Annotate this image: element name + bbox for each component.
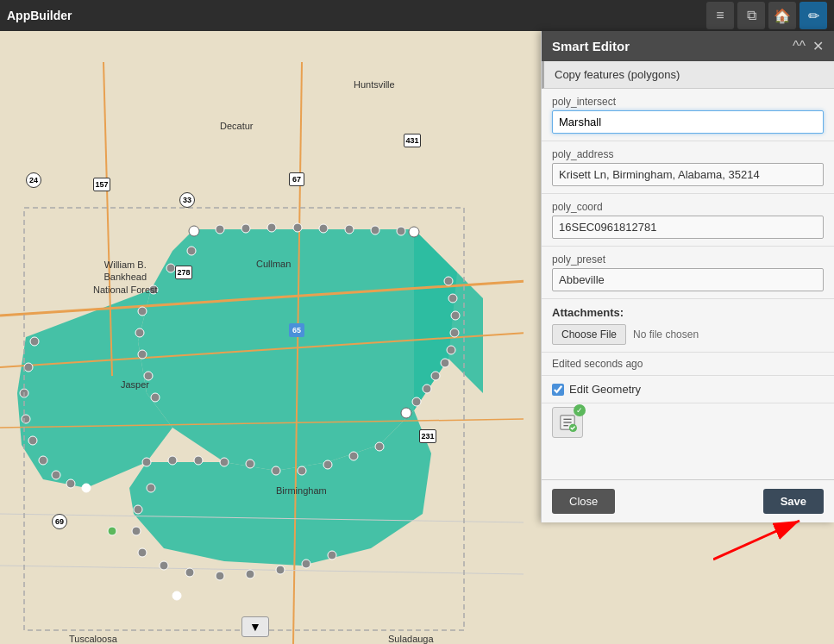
app-title: AppBuilder <box>7 9 72 22</box>
layers-icon: ⧉ <box>747 8 756 23</box>
svg-point-32 <box>187 247 196 255</box>
no-file-text: No file chosen <box>633 328 699 341</box>
svg-point-20 <box>397 227 405 235</box>
route-431: 431 <box>404 134 421 147</box>
field-label-poly-coord: poly_coord <box>552 201 824 213</box>
svg-point-49 <box>298 466 306 475</box>
svg-point-25 <box>450 328 459 337</box>
list-icon-btn[interactable]: ≡ <box>706 2 734 29</box>
map-svg <box>0 31 524 644</box>
svg-point-60 <box>246 570 254 578</box>
field-label-poly-intersect: poly_intersect <box>552 96 824 108</box>
choose-file-btn[interactable]: Choose File <box>552 324 626 345</box>
edit-geometry-row: Edit Geometry <box>542 376 834 403</box>
attachments-section: Attachments: Choose File No file chosen <box>542 299 834 353</box>
route-157: 157 <box>93 178 110 191</box>
svg-point-19 <box>371 226 379 234</box>
svg-point-40 <box>189 226 199 236</box>
svg-point-58 <box>185 568 194 577</box>
svg-point-61 <box>276 566 285 574</box>
svg-point-47 <box>246 460 254 468</box>
svg-point-44 <box>168 456 177 465</box>
smart-editor-panel: Smart Editor ^^ ✕ Copy features (polygon… <box>541 31 834 522</box>
close-button[interactable]: Close <box>552 489 615 514</box>
svg-point-48 <box>272 466 280 475</box>
field-label-poly-address: poly_address <box>552 148 824 160</box>
field-group-poly-intersect: poly_intersect <box>542 89 834 141</box>
attachments-label: Attachments: <box>552 306 824 319</box>
route-33: 33 <box>179 192 195 208</box>
svg-point-35 <box>138 307 147 316</box>
svg-point-62 <box>302 560 310 568</box>
save-button[interactable]: Save <box>763 489 824 514</box>
field-group-poly-preset: poly_preset <box>542 247 834 299</box>
route-231: 231 <box>419 429 436 443</box>
svg-point-74 <box>172 591 181 600</box>
panel-footer: Close Save <box>542 479 834 522</box>
poly-address-input[interactable] <box>552 163 824 186</box>
svg-point-57 <box>160 561 168 570</box>
svg-point-71 <box>66 479 75 488</box>
edit-geometry-icon-box[interactable]: ✓ <box>552 407 583 438</box>
toolbar-right: ≡ ⧉ 🏠 ✏ <box>706 0 827 31</box>
svg-point-67 <box>22 415 30 423</box>
svg-point-53 <box>147 484 155 492</box>
edit-geometry-checkbox[interactable] <box>552 384 564 396</box>
basemap-icon-btn[interactable]: 🏠 <box>768 2 796 29</box>
svg-point-51 <box>349 452 358 460</box>
file-upload-row: Choose File No file chosen <box>552 324 824 345</box>
svg-point-18 <box>345 225 354 234</box>
svg-point-72 <box>82 484 91 492</box>
panel-close-btn[interactable]: ✕ <box>812 38 824 54</box>
list-icon: ≡ <box>716 8 724 23</box>
layers-icon-btn[interactable]: ⧉ <box>737 2 765 29</box>
svg-point-42 <box>401 408 411 418</box>
field-group-poly-address: poly_address <box>542 141 834 194</box>
svg-point-41 <box>409 227 419 237</box>
svg-point-13 <box>216 225 224 234</box>
svg-point-24 <box>451 311 460 320</box>
svg-point-64 <box>30 337 39 346</box>
panel-header-icons: ^^ ✕ <box>793 38 824 54</box>
poly-preset-input[interactable] <box>552 268 824 291</box>
svg-point-56 <box>138 548 147 557</box>
svg-point-45 <box>194 456 203 465</box>
svg-point-26 <box>447 346 455 354</box>
edit-pencil-icon: ✏ <box>808 8 819 24</box>
svg-point-52 <box>375 442 384 451</box>
svg-point-14 <box>241 224 250 233</box>
svg-point-54 <box>134 505 142 514</box>
field-group-poly-coord: poly_coord <box>542 194 834 247</box>
panel-header: Smart Editor ^^ ✕ <box>542 31 834 61</box>
svg-point-59 <box>216 572 224 580</box>
panel-body: Copy features (polygons) poly_intersect … <box>542 61 834 479</box>
svg-point-63 <box>328 551 336 560</box>
svg-point-69 <box>39 456 47 465</box>
svg-point-29 <box>423 385 431 393</box>
svg-point-70 <box>52 471 60 479</box>
svg-point-28 <box>431 372 440 380</box>
poly-intersect-input[interactable] <box>552 110 824 134</box>
edited-timestamp: Edited seconds ago <box>542 353 834 376</box>
scroll-down-btn[interactable]: ▼ <box>241 616 269 637</box>
svg-point-37 <box>138 350 147 359</box>
svg-point-46 <box>220 458 229 466</box>
edit-icon-btn[interactable]: ✏ <box>800 2 827 29</box>
svg-point-55 <box>132 527 141 535</box>
poly-coord-input[interactable] <box>552 216 824 239</box>
svg-point-34 <box>149 285 158 294</box>
route-69: 69 <box>52 514 67 529</box>
svg-point-30 <box>412 397 421 406</box>
green-check-badge: ✓ <box>574 404 586 416</box>
svg-point-65 <box>24 363 33 372</box>
svg-point-38 <box>144 372 153 380</box>
route-24: 24 <box>26 172 41 188</box>
svg-point-27 <box>441 359 449 367</box>
svg-point-15 <box>267 223 276 232</box>
route-278: 278 <box>175 266 192 279</box>
panel-collapse-btn[interactable]: ^^ <box>793 38 806 54</box>
basemap-icon: 🏠 <box>774 8 791 24</box>
copy-features-label: Copy features (polygons) <box>555 68 680 81</box>
svg-point-17 <box>319 224 328 233</box>
panel-title: Smart Editor <box>552 39 630 53</box>
